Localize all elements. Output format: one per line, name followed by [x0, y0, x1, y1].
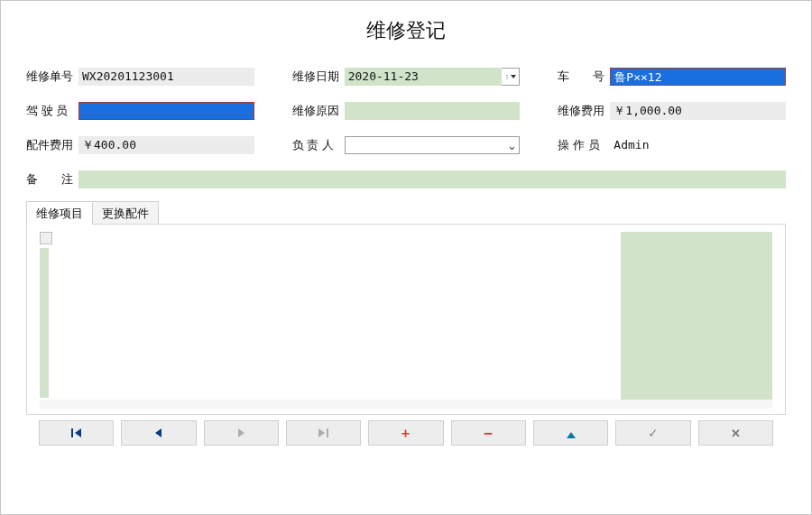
chevron-down-icon: ⌄: [504, 139, 519, 152]
nav-first-button[interactable]: [39, 420, 114, 446]
tabstrip: 维修项目 更换配件: [26, 203, 786, 225]
tab-replace-parts[interactable]: 更换配件: [92, 201, 159, 225]
grid-selection-column: [40, 248, 49, 398]
grid-header-checkbox[interactable]: [40, 232, 52, 244]
check-icon: ✓: [648, 426, 659, 440]
field-date: 维修日期 2020-11-23 ⋮: [292, 68, 521, 86]
label-person: 负 责 人: [292, 137, 345, 153]
field-part-cost: 配件费用 ￥400.00: [26, 136, 254, 154]
first-icon: [71, 428, 81, 437]
field-plate: 车 号 鲁P××12: [558, 68, 786, 86]
label-operator: 操 作 员: [558, 137, 610, 153]
field-driver: 驾 驶 员: [26, 102, 254, 120]
input-order-no[interactable]: WX20201123001: [78, 68, 254, 86]
grid-horizontal-scrollbar[interactable]: [40, 400, 772, 409]
label-order-no: 维修单号: [26, 69, 78, 85]
nav-last-button[interactable]: [286, 420, 361, 446]
form-grid: 维修单号 WX20201123001 维修日期 2020-11-23 ⋮ 车 号…: [26, 68, 786, 189]
next-icon: [238, 428, 245, 437]
up-icon: [567, 428, 576, 438]
input-reason[interactable]: [345, 102, 521, 120]
field-person: 负 责 人 ⌄: [292, 136, 521, 154]
repair-register-window: 维修登记 维修单号 WX20201123001 维修日期 2020-11-23 …: [0, 0, 812, 515]
label-part-cost: 配件费用: [26, 137, 78, 153]
nav-next-button[interactable]: [204, 420, 279, 446]
label-plate: 车 号: [558, 69, 610, 85]
input-repair-cost[interactable]: ￥1,000.00: [610, 102, 786, 120]
x-icon: ✕: [731, 427, 741, 440]
input-remark[interactable]: [78, 170, 786, 189]
tabs-container: 维修项目 更换配件 ＋: [26, 203, 786, 446]
last-icon: [318, 428, 328, 437]
field-remark: 备 注: [26, 170, 786, 189]
cancel-button[interactable]: ✕: [698, 420, 773, 446]
plus-icon: ＋: [399, 425, 412, 442]
save-button[interactable]: ✓: [615, 420, 690, 446]
tab-repair-items[interactable]: 维修项目: [26, 201, 93, 225]
label-cost: 维修费用: [558, 103, 610, 119]
field-reason: 维修原因: [292, 102, 521, 120]
input-driver[interactable]: [78, 102, 254, 120]
field-operator: 操 作 员 Admin: [558, 136, 786, 154]
tab-panel: [26, 224, 786, 415]
nav-prev-button[interactable]: [121, 420, 196, 446]
label-remark: 备 注: [26, 171, 78, 188]
field-cost: 维修费用 ￥1,000.00: [558, 102, 786, 120]
label-date: 维修日期: [292, 69, 345, 85]
minus-icon: －: [480, 422, 496, 444]
value-operator: Admin: [610, 136, 786, 154]
add-button[interactable]: ＋: [368, 420, 443, 446]
chevron-down-icon: [511, 75, 516, 78]
grid-detail-panel: [621, 232, 772, 409]
up-button[interactable]: [533, 420, 608, 446]
button-date-picker[interactable]: ⋮: [502, 68, 520, 86]
input-date[interactable]: 2020-11-23: [345, 68, 503, 86]
input-part-cost[interactable]: ￥400.00: [78, 136, 254, 154]
select-responsible[interactable]: ⌄: [345, 136, 521, 154]
prev-icon: [155, 428, 161, 437]
label-driver: 驾 驶 员: [26, 103, 78, 119]
label-reason: 维修原因: [292, 103, 345, 119]
record-navigator-toolbar: ＋ － ✓ ✕: [39, 420, 773, 446]
field-order-no: 维修单号 WX20201123001: [26, 68, 254, 86]
page-title: 维修登记: [26, 17, 786, 44]
delete-button[interactable]: －: [451, 420, 526, 446]
vdots-icon: ⋮: [504, 74, 509, 79]
input-plate-no[interactable]: 鲁P××12: [610, 68, 786, 86]
